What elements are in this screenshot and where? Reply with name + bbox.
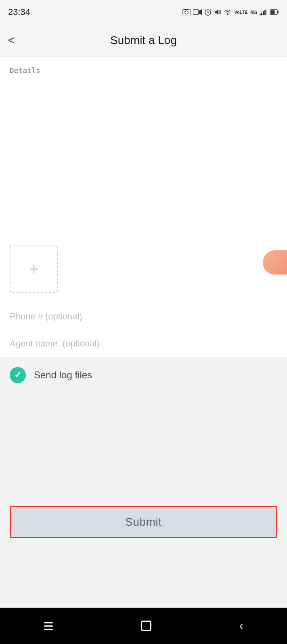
svg-line-9 (210, 9, 211, 10)
svg-point-1 (185, 11, 188, 14)
battery-icon (270, 9, 279, 15)
recents-button[interactable] (44, 622, 53, 630)
photo-icon (182, 9, 191, 15)
phone-field-container (0, 303, 287, 330)
send-log-label: Send log files (34, 369, 92, 381)
wifi-icon (224, 8, 232, 16)
floating-avatar (263, 250, 287, 275)
send-log-checkbox[interactable]: ✓ (10, 367, 26, 383)
details-section (0, 57, 287, 238)
back-nav-icon: ‹ (239, 619, 243, 632)
recents-icon (44, 622, 53, 630)
alarm-icon (204, 8, 212, 16)
checkmark-icon: ✓ (14, 370, 21, 380)
submit-btn-container: Submit (0, 506, 287, 548)
svg-rect-15 (261, 13, 262, 15)
4g-icon: 4G (250, 9, 257, 15)
svg-marker-10 (215, 9, 218, 15)
svg-rect-21 (271, 10, 275, 14)
svg-rect-16 (263, 11, 264, 15)
page-title: Submit a Log (110, 34, 177, 47)
svg-rect-14 (260, 14, 261, 15)
nav-line-1 (44, 622, 53, 623)
mute-icon (214, 8, 221, 16)
home-button[interactable] (141, 621, 151, 631)
back-button[interactable]: < (8, 34, 15, 47)
agent-input[interactable] (10, 338, 277, 349)
volte-icon: VoLTE (234, 10, 247, 15)
top-bar: < Submit a Log (0, 24, 287, 57)
svg-rect-3 (193, 10, 199, 15)
svg-rect-20 (277, 11, 279, 13)
home-icon (141, 621, 151, 631)
nav-line-2 (44, 625, 53, 627)
send-log-section[interactable]: ✓ Send log files (0, 357, 287, 393)
details-input[interactable] (10, 66, 277, 147)
agent-field-container (0, 330, 287, 357)
svg-rect-17 (264, 10, 266, 15)
nav-line-3 (44, 629, 53, 630)
empty-space (0, 393, 287, 506)
svg-point-13 (227, 13, 228, 15)
status-bar: 23:34 (0, 0, 287, 24)
back-nav-button[interactable]: ‹ (239, 619, 243, 632)
status-icons: VoLTE 4G (182, 8, 279, 16)
phone-input[interactable] (10, 311, 277, 322)
status-time: 23:34 (8, 7, 30, 17)
signal-icon (260, 9, 268, 15)
svg-rect-0 (182, 10, 191, 15)
submit-button[interactable]: Submit (10, 506, 277, 538)
add-image-button[interactable]: + (10, 245, 58, 293)
svg-line-8 (205, 9, 205, 10)
bottom-nav: ‹ (0, 608, 287, 644)
svg-rect-2 (185, 9, 188, 10)
plus-icon: + (29, 261, 38, 277)
main-content: + ✓ Send log files Submit (0, 57, 287, 548)
svg-rect-18 (266, 9, 267, 15)
svg-marker-4 (199, 9, 202, 15)
video-icon (193, 9, 202, 15)
add-image-container: + (0, 238, 287, 303)
